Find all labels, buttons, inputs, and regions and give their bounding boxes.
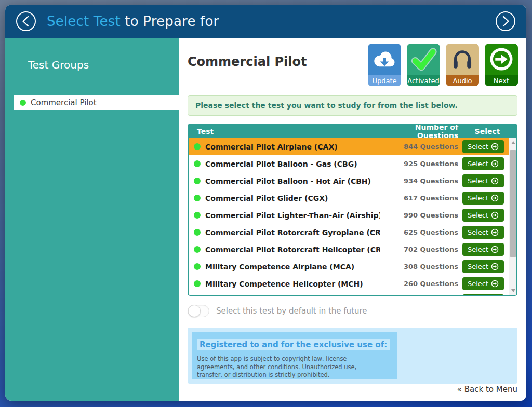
sidebar-item-label: Commercial Pilot — [31, 98, 97, 107]
table-row[interactable]: Military Competence Helicopter (MCH) 260… — [189, 275, 516, 292]
question-count: 990 Questions — [380, 211, 458, 219]
select-button[interactable]: Select — [462, 157, 504, 170]
select-button-label: Select — [468, 263, 488, 270]
table-row[interactable]: Commercial Pilot Balloon - Hot Air (CBH)… — [189, 172, 516, 189]
arrow-right-circle-small-icon — [491, 280, 499, 288]
scroll-down-arrow[interactable] — [509, 287, 516, 294]
sidebar-item-commercial-pilot[interactable]: Commercial Pilot — [14, 95, 179, 110]
select-button[interactable]: Select — [462, 226, 504, 239]
select-button[interactable]: Select — [462, 140, 504, 153]
table-row[interactable]: Commercial Pilot Rotorcraft Gyroplane (C… — [189, 224, 516, 241]
scrollbar-thumb[interactable] — [510, 150, 516, 257]
select-button-label: Select — [468, 177, 488, 185]
select-button[interactable]: Select — [462, 209, 504, 222]
cloud-download-icon — [368, 44, 401, 75]
status-dot-icon — [194, 178, 201, 184]
app-window: Select Test to Prepare for Test Groups C… — [5, 5, 526, 401]
main-panel: Commercial Pilot Update — [179, 38, 526, 401]
test-name: Commercial Pilot Balloon - Hot Air (CBH) — [205, 177, 380, 185]
toggle-label: Select this test by default in the futur… — [216, 306, 367, 316]
arrow-right-circle-small-icon — [491, 246, 499, 253]
header-bar: Select Test to Prepare for — [5, 5, 526, 38]
back-to-menu-link[interactable]: « Back to Menu — [457, 385, 517, 394]
question-count: 260 Questions — [380, 280, 458, 288]
question-count: 934 Questions — [380, 177, 458, 185]
arrow-right-circle-icon — [485, 44, 518, 75]
update-button[interactable]: Update — [368, 44, 401, 86]
test-name: Commercial Pilot Rotorcraft Gyroplane (C… — [205, 228, 380, 237]
select-button[interactable]: Select — [462, 192, 504, 205]
select-button[interactable]: Select — [462, 243, 504, 256]
question-count: 925 Questions — [380, 160, 458, 168]
select-button[interactable]: Select — [462, 294, 504, 295]
table-row-partial[interactable]: Select — [189, 292, 516, 295]
next-label: Next — [485, 75, 518, 86]
status-dot-icon — [194, 229, 201, 236]
table-row[interactable]: Commercial Pilot Rotorcraft Helicopter (… — [189, 241, 516, 258]
table-row[interactable]: Commercial Pilot Airplane (CAX) 844 Ques… — [189, 138, 516, 155]
chevron-left-icon — [23, 17, 29, 26]
select-button[interactable]: Select — [462, 260, 504, 273]
column-questions: Number of Questions — [380, 124, 458, 140]
select-button-label: Select — [468, 194, 488, 202]
page-title-highlight: Select Test — [47, 13, 121, 29]
test-name: Military Competence Airplane (MCA) — [205, 263, 380, 271]
status-dot-icon — [194, 143, 201, 150]
registration-box: Registered to and for the exclusive use … — [188, 328, 517, 384]
select-button-label: Select — [468, 211, 488, 219]
column-test: Test — [189, 127, 380, 135]
select-button-label: Select — [468, 143, 488, 151]
default-test-toggle-row: Select this test by default in the futur… — [188, 304, 367, 318]
back-button[interactable] — [16, 11, 36, 32]
toolbar: Update Activated — [368, 44, 518, 86]
table-row[interactable]: Commercial Pilot Glider (CGX) 617 Questi… — [189, 189, 516, 207]
test-name: Commercial Pilot Lighter-Than-Air (Airsh… — [205, 211, 380, 220]
toggle-knob[interactable] — [188, 305, 201, 317]
test-name: Commercial Pilot Glider (CGX) — [205, 194, 380, 202]
registration-title: Registered to and for the exclusive use … — [197, 339, 390, 350]
test-name: Military Competence Helicopter (MCH) — [205, 280, 380, 288]
status-dot-icon — [194, 280, 201, 287]
arrow-right-circle-small-icon — [491, 160, 499, 168]
table-row[interactable]: Military Competence Airplane (MCA) 308 Q… — [189, 258, 516, 275]
sidebar-title: Test Groups — [28, 59, 89, 71]
select-button-label: Select — [468, 160, 488, 168]
triangle-up-icon — [511, 141, 515, 144]
status-dot-icon — [194, 246, 201, 253]
test-table: Test Number of Questions Select Commerci… — [188, 124, 517, 296]
status-dot-icon — [194, 263, 201, 270]
test-name: Commercial Pilot Balloon - Gas (CBG) — [205, 160, 380, 168]
table-row[interactable]: Commercial Pilot Lighter-Than-Air (Airsh… — [189, 207, 516, 224]
page-title-rest: to Prepare for — [121, 13, 219, 29]
arrow-right-circle-small-icon — [491, 263, 499, 270]
next-button[interactable]: Next — [485, 44, 518, 86]
audio-label: Audio — [446, 75, 479, 86]
test-name: Commercial Pilot Airplane (CAX) — [205, 143, 380, 151]
select-button[interactable]: Select — [462, 277, 504, 290]
question-count: 702 Questions — [380, 246, 458, 253]
select-button[interactable]: Select — [462, 174, 504, 187]
default-test-toggle[interactable] — [188, 305, 209, 317]
audio-button[interactable]: Audio — [446, 44, 479, 86]
activated-button[interactable]: Activated — [407, 44, 440, 86]
page-title: Select Test to Prepare for — [47, 13, 219, 29]
update-label: Update — [368, 75, 401, 86]
registration-inner-panel: Registered to and for the exclusive use … — [192, 332, 397, 379]
registration-legal-text: Use of this app is subject to copyright … — [197, 355, 376, 379]
select-button-label: Select — [468, 228, 488, 236]
triangle-down-icon — [511, 289, 515, 292]
question-count: 625 Questions — [380, 228, 458, 236]
status-dot-icon — [194, 160, 201, 167]
status-dot-icon — [20, 100, 26, 106]
table-scrollbar[interactable] — [509, 138, 516, 295]
table-row[interactable]: Commercial Pilot Balloon - Gas (CBG) 925… — [189, 155, 516, 172]
scroll-up-arrow[interactable] — [509, 139, 516, 146]
arrow-right-circle-small-icon — [491, 194, 499, 202]
arrow-right-circle-small-icon — [491, 143, 499, 151]
test-name: Commercial Pilot Rotorcraft Helicopter (… — [205, 246, 380, 254]
question-count: 617 Questions — [380, 194, 458, 202]
question-count: 308 Questions — [380, 263, 458, 270]
select-button-label: Select — [468, 246, 488, 253]
forward-button[interactable] — [495, 11, 516, 32]
chevron-right-icon — [503, 17, 509, 26]
